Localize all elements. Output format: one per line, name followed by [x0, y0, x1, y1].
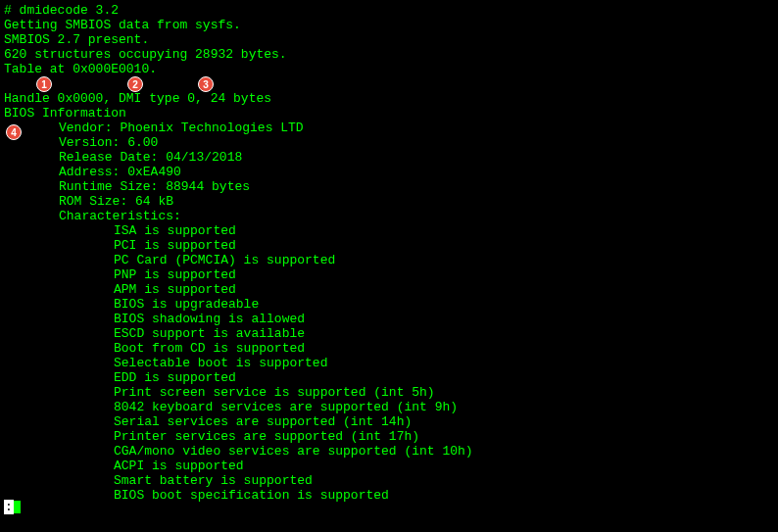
characteristic-line: Print screen service is supported (int 5…: [4, 385, 774, 400]
characteristic-line: CGA/mono video services are supported (i…: [4, 444, 774, 459]
header-line: SMBIOS 2.7 present.: [4, 32, 774, 47]
field-line: Address: 0xEA490: [4, 165, 774, 179]
header-line: Getting SMBIOS data from sysfs.: [4, 18, 774, 32]
annotation-marker-3: 3: [198, 76, 214, 92]
field-line: Runtime Size: 88944 bytes: [4, 179, 774, 194]
characteristic-line: Printer services are supported (int 17h): [4, 429, 774, 444]
field-line: ROM Size: 64 kB: [4, 194, 774, 209]
characteristic-line: Smart battery is supported: [4, 473, 774, 488]
pager-colon: :: [4, 500, 14, 514]
characteristic-line: BIOS is upgradeable: [4, 297, 774, 312]
characteristic-line: ISA is supported: [4, 223, 774, 238]
handle-line: Handle 0x0000, DMI type 0, 24 bytes: [4, 91, 774, 106]
blank-line: [4, 76, 774, 91]
characteristic-line: BIOS shadowing is allowed: [4, 312, 774, 326]
field-line: Characteristics:: [4, 209, 774, 223]
characteristic-line: PNP is supported: [4, 267, 774, 282]
characteristic-line: PC Card (PCMCIA) is supported: [4, 253, 774, 267]
characteristic-line: Serial services are supported (int 14h): [4, 414, 774, 429]
annotation-marker-1: 1: [36, 76, 52, 92]
characteristic-line: ACPI is supported: [4, 459, 774, 473]
characteristic-line: Selectable boot is supported: [4, 356, 774, 370]
field-line: Vendor: Phoenix Technologies LTD: [4, 121, 774, 135]
characteristic-line: BIOS boot specification is supported: [4, 488, 774, 503]
field-line: Version: 6.00: [4, 135, 774, 150]
annotation-marker-2: 2: [127, 76, 143, 92]
cursor: [14, 501, 21, 513]
characteristic-line: EDD is supported: [4, 370, 774, 385]
characteristic-line: 8042 keyboard services are supported (in…: [4, 400, 774, 414]
characteristic-line: APM is supported: [4, 282, 774, 297]
pager-prompt[interactable]: :: [4, 500, 21, 514]
characteristic-line: PCI is supported: [4, 238, 774, 253]
characteristic-line: ESCD support is available: [4, 326, 774, 341]
section-title: BIOS Information: [4, 106, 774, 121]
terminal-output: # dmidecode 3.2Getting SMBIOS data from …: [4, 3, 774, 503]
characteristic-line: Boot from CD is supported: [4, 341, 774, 356]
field-line: Release Date: 04/13/2018: [4, 150, 774, 165]
header-line: 620 structures occupying 28932 bytes.: [4, 47, 774, 62]
header-line: # dmidecode 3.2: [4, 3, 774, 18]
annotation-marker-4: 4: [6, 124, 22, 140]
header-line: Table at 0x000E0010.: [4, 62, 774, 76]
